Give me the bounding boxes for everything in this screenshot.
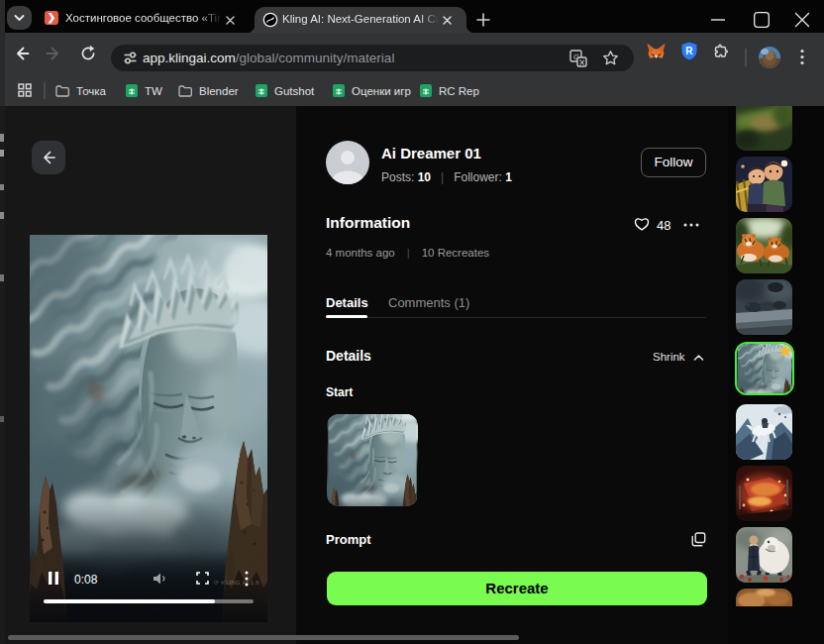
svg-text:R: R [685,46,693,56]
